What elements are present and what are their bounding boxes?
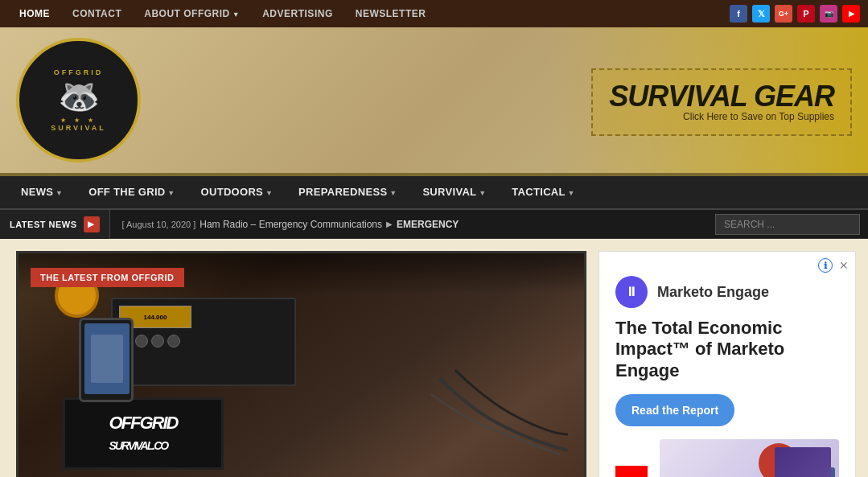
nav-newsletter[interactable]: NEWSLETTER — [344, 0, 438, 28]
adobe-logo: Ai Adobe — [615, 466, 648, 477]
nav-contact[interactable]: CONTACT — [61, 0, 133, 28]
cables-visual — [423, 362, 568, 462]
social-icons: f 𝕏 G+ P 📷 ▶ — [730, 5, 860, 23]
twitter-icon[interactable]: 𝕏 — [752, 5, 770, 23]
ad-brand-name: Marketo Engage — [657, 284, 769, 301]
main-content: THE LATEST FROM OFFGRID OFFGRIDSURVIVAL.… — [16, 251, 586, 477]
top-nav-links: HOME CONTACT ABOUT OFFGRID ADVERTISING N… — [8, 0, 730, 28]
radio-transceiver: 144.000 — [111, 298, 296, 386]
search-bar — [707, 214, 868, 235]
survival-gear-title: SURVIVAL GEAR — [609, 82, 834, 111]
header-ad-banner[interactable]: SURVIVAL GEAR Click Here to Save on Top … — [546, 27, 868, 176]
youtube-icon[interactable]: ▶ — [842, 5, 860, 23]
book-cover: The Total Economic Impact Of Marketo Eng… — [775, 447, 831, 477]
ad-book-visual: The Total Economic Impact Of Marketo Eng… — [660, 439, 839, 477]
logo-stars: ★ ★ ★ — [51, 117, 106, 124]
ad-controls: ℹ ✕ — [818, 258, 849, 273]
mainnav-outdoors[interactable]: OUTDOORS — [188, 175, 286, 210]
ad-cta-button[interactable]: Read the Report — [615, 394, 734, 426]
ad-close-icon[interactable]: ✕ — [839, 258, 849, 273]
ad-headline: The Total Economic Impact™ of Marketo En… — [615, 318, 839, 381]
news-date: [ August 10, 2020 ] — [122, 220, 196, 229]
survival-gear-banner[interactable]: SURVIVAL GEAR Click Here to Save on Top … — [591, 68, 852, 136]
pinterest-icon[interactable]: P — [797, 5, 815, 23]
logo-text-offgrid: OFFGRID — [51, 68, 106, 76]
mainnav-survival[interactable]: SURVIVAL — [409, 175, 499, 210]
logo-text-survival: SURVIVAL — [51, 124, 106, 132]
news-category-arrow: ▶ — [386, 220, 393, 228]
main-nav: NEWS OFF THE GRID OUTDOORS PREPAREDNESS … — [0, 176, 868, 210]
featured-badge: THE LATEST FROM OFFGRID — [31, 268, 184, 287]
instagram-icon[interactable]: 📷 — [820, 5, 837, 23]
nav-about[interactable]: ABOUT OFFGRID — [133, 0, 251, 28]
content-area: THE LATEST FROM OFFGRID OFFGRIDSURVIVAL.… — [0, 239, 868, 477]
mainnav-preparedness[interactable]: PREPAREDNESS — [286, 175, 409, 210]
latest-news-label: LATEST NEWS ▶ — [0, 210, 110, 239]
latest-news-content: [ August 10, 2020 ] Ham Radio – Emergenc… — [110, 219, 707, 230]
adobe-icon: Ai — [615, 466, 648, 477]
mainnav-news[interactable]: NEWS — [8, 175, 76, 210]
marketo-icon: ⏸ — [615, 276, 648, 308]
battery-box: OFFGRIDSURVIVAL.co — [63, 397, 224, 470]
nav-home[interactable]: HOME — [8, 0, 61, 28]
logo-inner: OFFGRID 🦝 ★ ★ ★ SURVIVAL — [51, 68, 106, 132]
latest-news-arrow[interactable]: ▶ — [84, 216, 100, 232]
latest-news-bar: LATEST NEWS ▶ [ August 10, 2020 ] Ham Ra… — [0, 210, 868, 239]
site-header: OFFGRID 🦝 ★ ★ ★ SURVIVAL SURVIVAL GEAR C… — [0, 27, 868, 176]
googleplus-icon[interactable]: G+ — [775, 5, 792, 23]
ad-bottom-row: Ai Adobe The Total Economic Impact Of Ma… — [615, 439, 839, 477]
nav-advertising[interactable]: ADVERTISING — [251, 0, 344, 28]
sidebar: ℹ ✕ ⏸ Marketo Engage The Total Economic … — [599, 251, 856, 477]
mainnav-offthegrid[interactable]: OFF THE GRID — [76, 175, 187, 210]
ad-info-icon[interactable]: ℹ — [818, 258, 833, 273]
logo-mascot-icon: 🦝 — [51, 80, 106, 113]
featured-image-container: THE LATEST FROM OFFGRID OFFGRIDSURVIVAL.… — [16, 251, 586, 477]
logo-area[interactable]: OFFGRID 🦝 ★ ★ ★ SURVIVAL — [0, 30, 157, 171]
facebook-icon[interactable]: f — [730, 5, 747, 23]
mainnav-tactical[interactable]: TACTICAL — [499, 175, 587, 210]
site-logo[interactable]: OFFGRID 🦝 ★ ★ ★ SURVIVAL — [16, 38, 141, 162]
survival-gear-subtitle: Click Here to Save on Top Supplies — [609, 111, 834, 122]
news-category[interactable]: EMERGENCY — [397, 219, 459, 230]
ad-container: ℹ ✕ ⏸ Marketo Engage The Total Economic … — [599, 251, 856, 477]
phone-device — [79, 318, 134, 402]
search-input[interactable] — [715, 214, 860, 235]
top-nav: HOME CONTACT ABOUT OFFGRID ADVERTISING N… — [0, 0, 868, 27]
ad-logo-area: ⏸ Marketo Engage — [615, 276, 839, 308]
news-title[interactable]: Ham Radio – Emergency Communications — [200, 219, 382, 230]
latest-news-text: LATEST NEWS — [10, 220, 77, 229]
